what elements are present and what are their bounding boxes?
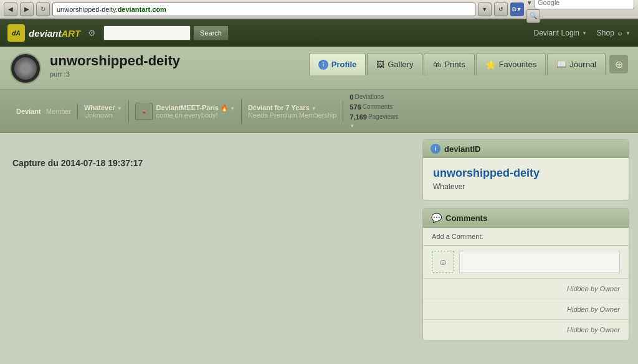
- capture-text: Capture du 2014-07-18 19:37:17: [12, 158, 401, 168]
- da-logo-wordmark: deviant: [29, 28, 62, 39]
- da-logo: dA deviantART: [7, 24, 80, 42]
- deviant-login-label: Deviant Login: [534, 29, 579, 37]
- tab-profile[interactable]: i Profile: [309, 53, 366, 75]
- gallery-tab-icon: 🖼: [376, 60, 384, 69]
- browser-search-button[interactable]: 🔍: [526, 9, 540, 23]
- deviantid-card: i deviantID unworshipped-deity Whatever: [422, 139, 629, 200]
- subnav-comments: 576 Comments: [350, 103, 393, 111]
- comments-input-area: ☺: [423, 246, 629, 278]
- profile-settings-button[interactable]: ⊕: [609, 55, 628, 73]
- tab-journal[interactable]: 📖 Journal: [547, 53, 606, 75]
- back-button[interactable]: ◀: [4, 2, 17, 16]
- deviant-member-value: Member: [46, 108, 71, 115]
- da-logo-icon: dA: [7, 24, 25, 42]
- favourites-tab-icon: ⭐: [485, 60, 496, 70]
- profile-name-area: unworshipped-deity purr :3: [50, 53, 300, 78]
- browser-titlebar: ◀ ▶ ↻ unworshipped-deity.deviantart.com …: [0, 0, 638, 19]
- profile-tabs: i Profile 🖼 Gallery 🛍 Prints ⭐ Favourite…: [309, 53, 628, 75]
- deviantid-info-icon: i: [431, 144, 440, 154]
- deviations-count: 0: [350, 93, 353, 101]
- content-left: Capture du 2014-07-18 19:37:17: [0, 133, 414, 364]
- url-prefix: unworshipped-deity.: [57, 6, 118, 13]
- url-domain: deviantart.com: [118, 6, 166, 13]
- hidden-comment-1: Hidden by Owner: [423, 278, 629, 299]
- deviant-years-dropdown-icon: ▼: [312, 106, 317, 111]
- da-search-area: Search: [103, 26, 229, 40]
- subnav: Deviant Member Whatever ▼ Unknown 🗼 Devi…: [0, 90, 638, 133]
- journal-tab-label: Journal: [569, 60, 596, 69]
- hidden-comment-2: Hidden by Owner: [423, 299, 629, 319]
- da-header-links: Deviant Login ▼ Shop ☺ ▼: [534, 29, 631, 37]
- deviant-login-dropdown-icon: ▼: [582, 30, 587, 36]
- browser-search-area: ▼ 🔍: [526, 0, 634, 23]
- comments-label: Comments: [363, 103, 393, 111]
- da-search-button[interactable]: Search: [193, 26, 229, 40]
- deviantid-body: unworshipped-deity Whatever: [423, 158, 629, 200]
- security-label: B: [512, 6, 517, 12]
- profile-header: unworshipped-deity purr :3 i Profile 🖼 G…: [0, 47, 638, 90]
- da-deviant-login-link[interactable]: Deviant Login ▼: [534, 29, 587, 37]
- deviantid-card-header: i deviantID: [423, 140, 629, 158]
- profile-tab-icon: i: [318, 60, 328, 70]
- comments-card-header: 💬 Comments: [423, 208, 629, 228]
- profile-settings-icon: ⊕: [615, 58, 623, 70]
- tab-prints[interactable]: 🛍 Prints: [424, 53, 474, 75]
- subnav-pageviews: 7,169 Pageviews: [350, 113, 398, 121]
- subnav-stats: 0 Deviations 576 Comments 7,169 Pageview…: [343, 90, 404, 133]
- deviantmeet-sub: come on everybody!: [156, 111, 218, 119]
- deviantmeet-logo: 🗼: [135, 103, 153, 120]
- deviantmeet-dropdown-icon: ▼: [230, 106, 235, 111]
- needs-membership-label: Needs Premium Membership: [248, 111, 336, 119]
- da-header-settings-icon[interactable]: ⚙: [88, 28, 96, 38]
- gallery-tab-label: Gallery: [388, 60, 413, 69]
- deviant-member-label: Deviant: [16, 108, 41, 115]
- forward-button[interactable]: ▶: [20, 2, 34, 16]
- subnav-deviant-member: Deviant Member: [10, 104, 78, 119]
- da-search-input[interactable]: [103, 26, 191, 40]
- profile-purr: purr :3: [50, 70, 300, 78]
- profile-username: unworshipped-deity: [50, 53, 300, 69]
- pageviews-label: Pageviews: [368, 113, 398, 121]
- refresh-button[interactable]: ▼: [478, 2, 492, 16]
- browser-search-input[interactable]: [535, 0, 634, 9]
- whatever-dropdown-icon: ▼: [117, 106, 122, 111]
- comments-card: 💬 Comments Add a Comment: ☺ Hidden by Ow…: [422, 208, 629, 340]
- prints-tab-label: Prints: [444, 60, 465, 69]
- subnav-whatever[interactable]: Whatever ▼ Unknown: [78, 100, 129, 123]
- deviantmeet-label: DeviantMEET-Paris: [156, 104, 219, 111]
- da-shop-link[interactable]: Shop ☺ ▼: [597, 29, 631, 37]
- subnav-deviantmeet[interactable]: 🗼 DeviantMEET-Paris 🔥 ▼ come on everybod…: [129, 99, 242, 124]
- profile-tab-label: Profile: [331, 60, 356, 69]
- da-logo-accent: ART: [62, 28, 81, 39]
- security-icon: B▼: [510, 2, 524, 16]
- deviations-label: Deviations: [355, 93, 384, 101]
- comments-count: 576: [350, 103, 361, 111]
- tab-favourites[interactable]: ⭐ Favourites: [476, 53, 546, 75]
- da-logo-text: deviantART: [29, 28, 80, 39]
- deviantid-username: unworshipped-deity: [433, 167, 619, 180]
- subnav-deviant-years[interactable]: Deviant for 7 Years ▼ Needs Premium Memb…: [242, 100, 343, 123]
- emoji-button[interactable]: ☺: [432, 251, 454, 273]
- reload-button[interactable]: ↻: [36, 2, 50, 16]
- comment-text-input[interactable]: [459, 251, 620, 273]
- sidebar-right: i deviantID unworshipped-deity Whatever …: [414, 133, 638, 364]
- journal-tab-icon: 📖: [556, 60, 566, 69]
- da-header: dA deviantART ⚙ Search Deviant Login ▼ S…: [0, 19, 638, 47]
- main-content: Capture du 2014-07-18 19:37:17 i deviant…: [0, 133, 638, 364]
- tab-gallery[interactable]: 🖼 Gallery: [367, 53, 422, 75]
- cycle-button[interactable]: ↺: [494, 2, 508, 16]
- pageviews-count: 7,169: [350, 113, 367, 121]
- subnav-deviations: 0 Deviations: [350, 93, 384, 101]
- url-bar[interactable]: unworshipped-deity.deviantart.com: [52, 2, 475, 16]
- shop-dropdown-icon: ▼: [626, 30, 631, 36]
- comments-add-label: Add a Comment:: [423, 228, 629, 246]
- deviant-years-label: Deviant for 7 Years: [248, 104, 310, 111]
- deviantid-tagline: Whatever: [433, 182, 619, 191]
- deviantmeet-fire-icon: 🔥: [221, 105, 228, 111]
- prints-tab-icon: 🛍: [433, 60, 441, 69]
- whatever-label: Whatever: [84, 104, 115, 111]
- shop-label: Shop: [597, 29, 614, 37]
- deviantid-title: deviantID: [444, 144, 481, 154]
- comments-bubble-icon: 💬: [431, 212, 442, 223]
- emoji-icon: ☺: [439, 257, 447, 267]
